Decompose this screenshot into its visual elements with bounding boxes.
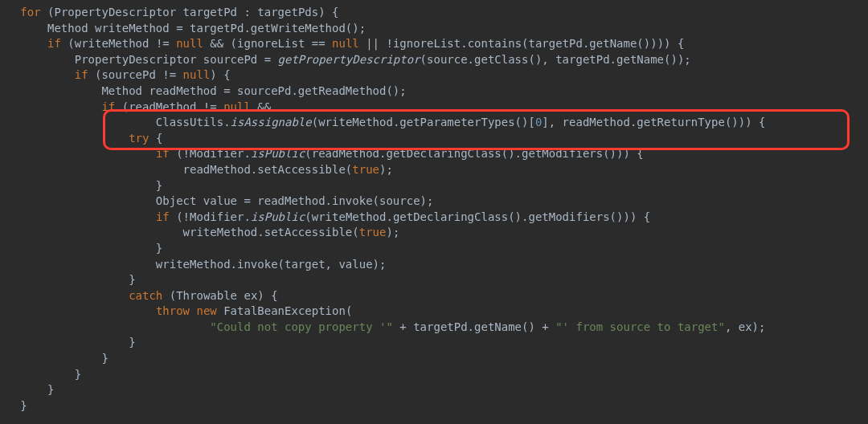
code-line: Method readMethod = sourcePd.getReadMeth… [0,84,407,97]
code-line: Method writeMethod = targetPd.getWriteMe… [0,22,366,35]
code-line: try { [0,132,162,145]
code-line: writeMethod.invoke(target, value); [0,258,386,271]
code-line: PropertyDescriptor sourcePd = getPropert… [0,53,691,66]
code-line: } [0,242,162,255]
code-line: for (PropertyDescriptor targetPd : targe… [0,6,338,18]
code-line: writeMethod.setAccessible(true); [0,226,399,238]
code-line: if (sourcePd != null) { [0,68,231,81]
code-line: } [0,179,162,192]
code-line: } [0,336,136,349]
code-line: if (!Modifier.isPublic(writeMethod.getDe… [0,210,650,223]
code-editor[interactable]: for (PropertyDescriptor targetPd : targe… [0,0,868,414]
code-line: } [0,399,27,412]
code-line: if (writeMethod != null && (ignoreList =… [0,37,684,50]
code-line: } [0,273,136,286]
code-line: ClassUtils.isAssignable(writeMethod.getP… [0,116,765,128]
code-line: Object value = readMethod.invoke(source)… [0,194,433,207]
code-line: } [0,368,81,381]
code-line: } [0,352,108,365]
code-line: if (readMethod != null && [0,100,271,113]
code-line: if (!Modifier.isPublic(readMethod.getDec… [0,147,644,160]
code-line: "Could not copy property '" + targetPd.g… [0,320,765,333]
code-line: catch (Throwable ex) { [0,289,278,302]
code-line: } [0,383,54,396]
code-line: readMethod.setAccessible(true); [0,163,393,176]
code-line: throw new FatalBeanException( [0,304,352,317]
